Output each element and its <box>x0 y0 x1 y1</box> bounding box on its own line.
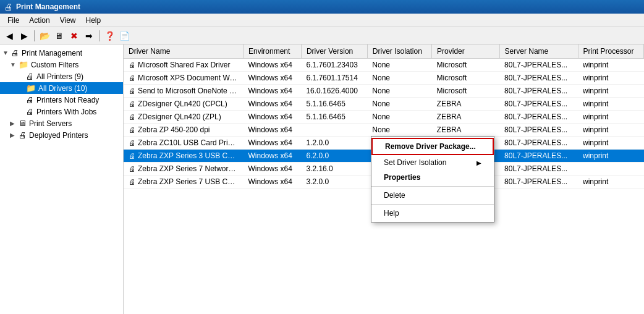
sidebar-printers-not-ready[interactable]: 🖨 Printers Not Ready <box>0 94 123 106</box>
cell-0-4: Microsoft <box>432 59 499 72</box>
ctx-set-isolation[interactable]: Set Driver Isolation ▶ <box>371 155 494 170</box>
all-printers-icon: 🖨 <box>26 72 34 81</box>
driver-icon: 🖨 <box>129 113 135 121</box>
cell-1-5: 80L7-JPERALES... <box>499 72 578 85</box>
sidebar-printers-jobs[interactable]: 🖨 Printers With Jobs <box>0 106 123 117</box>
cell-3-1: Windows x64 <box>244 98 302 111</box>
cell-9-6: winprint <box>578 176 644 189</box>
cell-1-0: 🖨Microsoft XPS Document Writer <box>124 72 244 85</box>
toolbar-back[interactable]: ◀ <box>2 29 16 43</box>
col-server-name[interactable]: Server Name <box>499 45 578 59</box>
col-driver-name[interactable]: Driver Name <box>124 45 244 59</box>
cell-5-3: None <box>367 124 431 137</box>
driver-icon: 🖨 <box>129 178 135 185</box>
menu-view[interactable]: View <box>55 15 81 26</box>
ctx-delete[interactable]: Delete <box>371 188 494 203</box>
toolbar-sep-1 <box>34 30 35 41</box>
cell-3-3: None <box>367 98 431 111</box>
deployed-printers-label: Deployed Printers <box>29 131 88 140</box>
cell-5-2 <box>301 124 367 137</box>
all-drivers-icon: 📁 <box>26 83 36 93</box>
cell-4-0: 🖨ZDesigner QLn420 (ZPL) <box>124 111 244 124</box>
sidebar-all-drivers[interactable]: 📁 All Drivers (10) <box>0 82 123 94</box>
ctx-properties[interactable]: Properties <box>371 170 494 185</box>
cell-5-5: 80L7-JPERALES... <box>499 124 578 137</box>
main-layout: ▼ 🖨 Print Management ▼ 📁 Custom Filters … <box>0 45 644 314</box>
menu-bar: File Action View Help <box>0 14 644 27</box>
toolbar-export[interactable]: ➡ <box>82 29 96 43</box>
cell-2-3: None <box>367 85 431 98</box>
col-print-processor[interactable]: Print Processor <box>578 45 644 59</box>
sidebar-print-servers[interactable]: ▶ 🖥 Print Servers <box>0 117 123 129</box>
driver-icon: 🖨 <box>129 100 135 108</box>
printers-jobs-label: Printers With Jobs <box>36 108 96 116</box>
table-row[interactable]: 🖨Microsoft XPS Document WriterWindows x6… <box>124 72 644 85</box>
cell-7-0: 🖨Zebra ZXP Series 3 USB Card Pri... <box>124 150 244 163</box>
toolbar-sep-2 <box>99 30 100 41</box>
app-title: Print Management <box>16 2 80 11</box>
col-driver-isolation[interactable]: Driver Isolation <box>367 45 431 59</box>
menu-help[interactable]: Help <box>81 15 106 26</box>
cell-2-1: Windows x64 <box>244 85 302 98</box>
title-bar: 🖨 Print Management <box>0 0 644 14</box>
cell-1-1: Windows x64 <box>244 72 302 85</box>
expand-deployed-printers: ▶ <box>10 132 16 138</box>
custom-filters-label: Custom Filters <box>31 61 78 69</box>
print-servers-label: Print Servers <box>29 119 72 128</box>
cell-8-1: Windows x64 <box>244 163 302 176</box>
cell-3-4: ZEBRA <box>432 98 499 111</box>
driver-icon: 🖨 <box>129 126 135 134</box>
table-row[interactable]: 🖨ZDesigner QLn420 (CPCL)Windows x645.1.1… <box>124 98 644 111</box>
cell-0-5: 80L7-JPERALES... <box>499 59 578 72</box>
root-label: Print Management <box>22 49 82 57</box>
cell-6-6: winprint <box>578 137 644 150</box>
sidebar-deployed-printers[interactable]: ▶ 🖨 Deployed Printers <box>0 129 123 141</box>
table-row[interactable]: 🖨ZDesigner QLn420 (ZPL)Windows x645.1.16… <box>124 111 644 124</box>
cell-2-4: Microsoft <box>432 85 499 98</box>
col-provider[interactable]: Provider <box>432 45 499 59</box>
table-row[interactable]: 🖨Microsoft Shared Fax DriverWindows x646… <box>124 59 644 72</box>
cell-4-6: winprint <box>578 111 644 124</box>
cell-3-5: 80L7-JPERALES... <box>499 98 578 111</box>
sidebar-root[interactable]: ▼ 🖨 Print Management <box>0 47 123 59</box>
toolbar-forward[interactable]: ▶ <box>17 29 31 43</box>
ctx-remove-driver[interactable]: Remove Driver Package... <box>371 138 494 155</box>
cell-7-5: 80L7-JPERALES... <box>499 150 578 163</box>
expand-print-servers: ▶ <box>10 120 16 127</box>
toolbar-open[interactable]: 📂 <box>38 29 51 43</box>
table-header-row: Driver Name Environment Driver Version D… <box>124 45 644 59</box>
cell-0-2: 6.1.7601.23403 <box>301 59 367 72</box>
toolbar-help[interactable]: ❓ <box>103 29 116 43</box>
driver-icon: 🖨 <box>129 87 135 95</box>
cell-6-1: Windows x64 <box>244 137 302 150</box>
custom-filters-icon: 📁 <box>19 60 28 69</box>
print-servers-icon: 🖥 <box>19 119 27 128</box>
col-driver-version[interactable]: Driver Version <box>301 45 367 59</box>
all-printers-label: All Printers (9) <box>36 72 83 81</box>
toolbar-info[interactable]: 📄 <box>117 29 131 43</box>
toolbar-monitor[interactable]: 🖥 <box>53 29 66 43</box>
ctx-sep-2 <box>371 204 494 205</box>
cell-8-0: 🖨Zebra ZXP Series 7 Network Car... <box>124 163 244 176</box>
printers-not-ready-label: Printers Not Ready <box>36 96 99 104</box>
cell-9-5: 80L7-JPERALES... <box>499 176 578 189</box>
cell-9-1: Windows x64 <box>244 176 302 189</box>
ctx-help[interactable]: Help <box>371 206 494 221</box>
cell-3-2: 5.1.16.6465 <box>301 98 367 111</box>
col-environment[interactable]: Environment <box>244 45 302 59</box>
sidebar-custom-filters[interactable]: ▼ 📁 Custom Filters <box>0 59 123 70</box>
cell-7-1: Windows x64 <box>244 150 302 163</box>
ctx-submenu-arrow: ▶ <box>477 159 481 166</box>
cell-1-3: None <box>367 72 431 85</box>
cell-8-6 <box>578 163 644 176</box>
cell-1-2: 6.1.7601.17514 <box>301 72 367 85</box>
cell-6-5: 80L7-JPERALES... <box>499 137 578 150</box>
menu-action[interactable]: Action <box>24 15 54 26</box>
sidebar-all-printers[interactable]: 🖨 All Printers (9) <box>0 70 123 82</box>
table-row[interactable]: 🖨Zebra ZP 450-200 dpiWindows x64NoneZEBR… <box>124 124 644 137</box>
table-row[interactable]: 🖨Send to Microsoft OneNote 16 ...Windows… <box>124 85 644 98</box>
cell-1-6: winprint <box>578 72 644 85</box>
toolbar-delete[interactable]: ✖ <box>67 29 81 43</box>
cell-0-6: winprint <box>578 59 644 72</box>
menu-file[interactable]: File <box>2 15 24 26</box>
